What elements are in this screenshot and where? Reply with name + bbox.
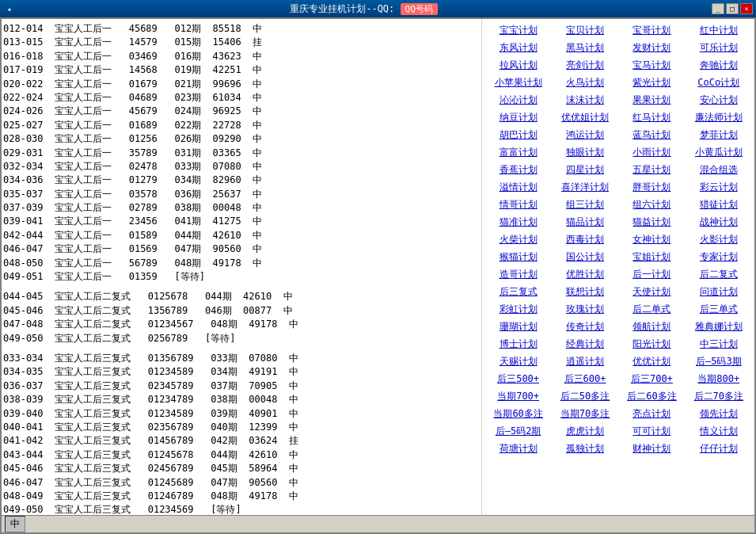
plan-item[interactable]: 猫品计划 (553, 214, 617, 231)
plan-item[interactable]: 香蕉计划 (485, 162, 550, 178)
plan-item[interactable]: 火影计划 (686, 231, 751, 248)
plan-item[interactable]: 猫益计划 (619, 214, 684, 231)
plan-item[interactable]: 溢情计划 (485, 179, 550, 196)
plan-item[interactable]: 后二60多注 (619, 388, 684, 405)
plan-item[interactable]: 财神计划 (619, 441, 684, 457)
plan-item[interactable]: 混合组选 (686, 162, 751, 178)
plan-item[interactable]: 亮剑计划 (553, 57, 617, 74)
plan-item[interactable]: 优优计划 (619, 353, 684, 370)
plan-item[interactable]: 小雨计划 (619, 144, 684, 161)
plan-item[interactable]: 战神计划 (686, 214, 751, 231)
plan-item[interactable]: 组三计划 (553, 196, 617, 213)
plan-item[interactable]: 红马计划 (619, 109, 684, 126)
plan-item[interactable]: 阳光计划 (619, 336, 684, 353)
plan-item[interactable]: 鸿运计划 (553, 127, 617, 143)
plan-item[interactable]: 天使计划 (619, 284, 684, 300)
plan-item[interactable]: 果果计划 (619, 92, 684, 109)
plan-item[interactable]: CoCo计划 (686, 74, 751, 91)
plan-item[interactable]: 优胜计划 (553, 266, 617, 283)
plan-item[interactable]: 五星计划 (619, 162, 684, 178)
plan-item[interactable]: 沫沫计划 (553, 92, 617, 109)
plan-item[interactable]: 火鸟计划 (553, 74, 617, 91)
plan-item[interactable]: 沁沁计划 (485, 92, 550, 109)
plan-item[interactable]: 后二70多注 (686, 388, 751, 405)
plan-item[interactable]: 雅典娜计划 (686, 318, 751, 335)
plan-item[interactable]: 孤独计划 (553, 441, 617, 457)
plan-item[interactable]: 后三复式 (485, 284, 550, 300)
plan-item[interactable]: 当期700+ (485, 388, 550, 405)
plan-item[interactable]: 拉风计划 (485, 57, 550, 74)
plan-item[interactable]: 奔驰计划 (686, 57, 751, 74)
plan-item[interactable]: 东风计划 (485, 40, 550, 56)
plan-item[interactable]: 宝贝计划 (553, 22, 617, 39)
plan-item[interactable]: 富富计划 (485, 144, 550, 161)
plan-item[interactable]: 优优姐计划 (553, 109, 617, 126)
plan-item[interactable]: 亮点计划 (619, 406, 684, 422)
plan-item[interactable]: 逍遥计划 (553, 353, 617, 370)
plan-item[interactable]: 后三500+ (485, 371, 550, 387)
plan-item[interactable]: 可乐计划 (686, 40, 751, 56)
plan-item[interactable]: 女神计划 (619, 231, 684, 248)
plan-item[interactable]: 彩云计划 (686, 179, 751, 196)
plan-item[interactable]: 经典计划 (553, 336, 617, 353)
plan-item[interactable]: 胖哥计划 (619, 179, 684, 196)
plan-item[interactable]: 宝姐计划 (619, 249, 684, 265)
plan-item[interactable]: 紫光计划 (619, 74, 684, 91)
plan-item[interactable]: 宝宝计划 (485, 22, 550, 39)
plan-item[interactable]: 造哥计划 (485, 266, 550, 283)
plan-item[interactable]: 后—5码3期 (686, 353, 751, 370)
plan-item[interactable]: 天赐计划 (485, 353, 550, 370)
plan-item[interactable]: 专家计划 (686, 249, 751, 265)
plan-item[interactable]: 猎徒计划 (686, 196, 751, 213)
plan-item[interactable]: 组六计划 (619, 196, 684, 213)
plan-item[interactable]: 蓝鸟计划 (619, 127, 684, 143)
plan-item[interactable]: 独眼计划 (553, 144, 617, 161)
plan-item[interactable]: 珊瑚计划 (485, 318, 550, 335)
plan-item[interactable]: 领航计划 (619, 318, 684, 335)
plan-item[interactable]: 火柴计划 (485, 231, 550, 248)
plan-item[interactable]: 虎虎计划 (553, 423, 617, 440)
plan-item[interactable]: 博士计划 (485, 336, 550, 353)
plan-item[interactable]: 后二复式 (686, 266, 751, 283)
plan-item[interactable]: 中三计划 (686, 336, 751, 353)
plan-item[interactable]: 后三700+ (619, 371, 684, 387)
plan-item[interactable]: 问道计划 (686, 284, 751, 300)
plan-item[interactable]: 当期800+ (686, 371, 751, 387)
plan-item[interactable]: 仔仔计划 (686, 441, 751, 457)
plan-item[interactable]: 领先计划 (686, 406, 751, 422)
plan-item[interactable]: 宝马计划 (619, 57, 684, 74)
plan-item[interactable]: 西毒计划 (553, 231, 617, 248)
plan-item[interactable]: 情义计划 (686, 423, 751, 440)
plan-item[interactable]: 荷塘计划 (485, 441, 550, 457)
plan-item[interactable]: 喜洋洋计划 (553, 179, 617, 196)
plan-item[interactable]: 当期60多注 (485, 406, 550, 422)
plan-item[interactable]: 彩虹计划 (485, 301, 550, 318)
plan-item[interactable]: 后三单式 (686, 301, 751, 318)
plan-item[interactable]: 后—5码2期 (485, 423, 550, 440)
list-scroll-area[interactable]: 012-014 宝宝人工后一 45689 012期 85518 中013-015… (2, 19, 481, 515)
plan-item[interactable]: 传奇计划 (553, 318, 617, 335)
plan-item[interactable]: 后二单式 (619, 301, 684, 318)
plan-item[interactable]: 小黄瓜计划 (686, 144, 751, 161)
maximize-button[interactable]: □ (726, 3, 739, 14)
plan-item[interactable]: 廉法师计划 (686, 109, 751, 126)
plan-item[interactable]: 猴猫计划 (485, 249, 550, 265)
plan-item[interactable]: 纳豆计划 (485, 109, 550, 126)
plan-item[interactable]: 当期70多注 (553, 406, 617, 422)
minimize-button[interactable]: _ (712, 3, 724, 14)
plan-item[interactable]: 可可计划 (619, 423, 684, 440)
plan-item[interactable]: 联想计划 (553, 284, 617, 300)
plan-item[interactable]: 四星计划 (553, 162, 617, 178)
plan-item[interactable]: 小苹果计划 (485, 74, 550, 91)
plan-item[interactable]: 红中计划 (686, 22, 751, 39)
plan-item[interactable]: 后一计划 (619, 266, 684, 283)
plan-item[interactable]: 胡巴计划 (485, 127, 550, 143)
plan-item[interactable]: 后三600+ (553, 371, 617, 387)
plan-item[interactable]: 安心计划 (686, 92, 751, 109)
plan-item[interactable]: 宝哥计划 (619, 22, 684, 39)
plan-item[interactable]: 情哥计划 (485, 196, 550, 213)
plan-item[interactable]: 黑马计划 (553, 40, 617, 56)
plan-item[interactable]: 玫瑰计划 (553, 301, 617, 318)
close-button[interactable]: × (740, 3, 753, 14)
plan-item[interactable]: 发财计划 (619, 40, 684, 56)
